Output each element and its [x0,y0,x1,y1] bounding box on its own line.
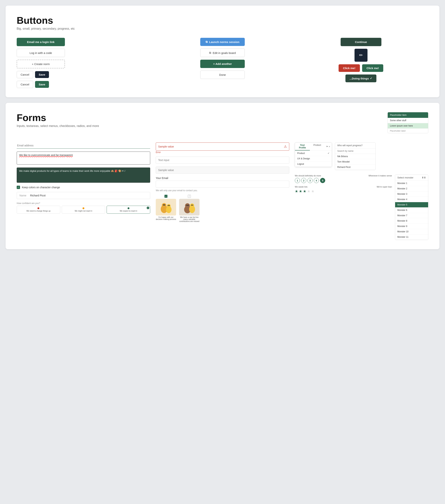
confidence-item-2[interactable]: We might not reach it [62,206,105,214]
who-reports-search[interactable] [335,148,375,154]
star-3[interactable]: ★ [303,189,306,194]
create-norm-button[interactable]: + Create norm [17,60,65,68]
select-monster-1[interactable]: Monster 1 [395,181,428,186]
monster-image-1 [156,199,176,216]
forms-preview-label: Placeholder label [388,129,428,133]
add-another-button[interactable]: + Add another [200,60,245,68]
select-monster-8[interactable]: Monster 8 [395,218,428,224]
red-dot [37,207,39,209]
forms-title: Forms [17,112,99,123]
scale-5[interactable]: 5 [320,178,325,183]
forms-preview-bar: Placeholder item [388,112,428,118]
cancel-button-1[interactable]: Cancel [17,71,33,78]
checkbox-outlined-2[interactable]: 7 [188,195,191,198]
who-reports-person1[interactable]: Nik Brbora [335,154,375,159]
select-monster-2[interactable]: Monster 2 [395,186,428,191]
transparent-textarea[interactable]: We like to overcommnicate and be transpa… [17,152,150,164]
forms-grid: We like to overcommnicate and be transpa… [17,143,428,240]
buttons-title: Buttons [17,15,428,26]
select-arrow-icon: ⬆⬇ [422,176,426,179]
launch-norms-button[interactable]: ⧉ Launch norms session [200,38,245,46]
check-row-1: ✓ [165,195,167,198]
dropdown-tab-your-profile[interactable]: Your Profile [295,143,310,150]
select-monster-9[interactable]: Monster 9 [395,224,428,229]
scale-1[interactable]: 1 [295,178,300,183]
select-monster-10[interactable]: Monster 10 [395,229,428,234]
scale-3[interactable]: 3 [307,178,313,183]
select-monster-6[interactable]: Monster 6 [395,208,428,213]
pencil-icon-box[interactable]: ✏ [354,49,368,62]
confidence-item-1[interactable]: We need to change things up [17,206,60,214]
svg-point-11 [190,203,194,208]
select-monster-11[interactable]: Monster 11 [395,234,428,240]
svg-point-2 [162,203,166,208]
monster-card-1: ✓ I'm happy [156,195,176,220]
select-monster-5[interactable]: Monster 5 [395,202,428,208]
svg-point-14 [191,205,192,206]
forms-preview-item1[interactable]: Some other stuff [388,118,428,123]
who-reports-title: Who will report progress? [335,143,375,148]
email-login-button[interactable]: Email me a login link [17,38,65,46]
checkmark-icon: ✓ [370,77,372,80]
click-me-green-button[interactable]: Click me! [362,64,383,72]
dropdown-tab-product[interactable]: Product [310,143,325,150]
dropdown-menu: Your Profile Product ⚑ ✕ Product ✓ UX & … [295,143,332,167]
login-code-button[interactable]: Log in with a code [17,49,65,57]
done-button[interactable]: Done [200,71,245,79]
buttons-col2: ⧉ Launch norms session ⧉ Edit in goals b… [155,38,290,79]
cancel-button-2[interactable]: Cancel [17,81,33,88]
green-dot [128,207,130,209]
email-input[interactable] [17,143,150,149]
edit-goals-button[interactable]: ⧉ Edit in goals board [200,49,245,57]
name-value: Richard Picot [30,194,45,197]
star-4[interactable]: ★ [307,189,310,194]
checkbox-green[interactable]: ✓ [17,186,20,189]
cancel-save-row2: Cancel Save [17,81,49,88]
dropdown-logout-item[interactable]: Logout [295,162,332,167]
check-icon: ✓ [328,152,330,155]
forms-preview-item2[interactable]: Lorem ipsum over here [388,123,428,129]
click-me-red-button[interactable]: Click me! [339,64,360,72]
check-mark: ✓ [147,207,149,209]
save-button-green[interactable]: Save [35,81,49,88]
doing-things-button[interactable]: ...Doing things ✓ [345,74,376,82]
scale-2[interactable]: 2 [301,178,306,183]
checkbox-small-1[interactable]: ✓ [165,195,167,198]
sample-input[interactable] [156,167,289,174]
cancel-save-row1: Cancel Save [17,71,49,78]
scale-row-top: 1 2 3 4 5 [295,178,392,183]
scale-section: We should definitely do more Whenever it… [295,175,392,195]
text-input[interactable] [156,157,289,164]
svg-point-12 [186,205,187,206]
dropdown-tab-row: Your Profile Product ⚑ ✕ [295,143,332,151]
continue-button[interactable]: Continue [341,38,381,46]
svg-point-15 [192,205,193,206]
select-monster-7[interactable]: Monster 7 [395,213,428,218]
who-reports-wrapper: Who will report progress? Nik Brbora Tom… [335,143,376,170]
email-field-input[interactable] [156,181,289,188]
forms-subtitle: Inputs, textareas, select menus, checkbo… [17,124,99,128]
who-reports-person3[interactable]: Richard Picot [335,164,375,170]
dropdown-ux-item[interactable]: UX & Design [295,156,332,162]
star-rating-section: We waste lots We're super lean ★ ★ ★ ★ ★ [295,186,392,194]
save-button-dark[interactable]: Save [35,71,49,78]
star-2[interactable]: ★ [299,189,302,194]
email-note: We will only use your email to contact y… [156,189,289,192]
forms-col2: Sample value ⚠ Error Your Email We will … [156,143,289,240]
who-reports-person2[interactable]: Tom Woodel [335,159,375,164]
conf3-label: We expect to reach it [109,210,148,212]
svg-point-3 [167,204,171,208]
confidence-item-3[interactable]: We expect to reach it ✓ [107,206,150,214]
dropdown-tab-extra: ⚑ ✕ [325,143,332,150]
select-monster-4[interactable]: Monster 4 [395,197,428,202]
scale-4[interactable]: 4 [314,178,319,183]
star-5[interactable]: ★ [311,189,315,194]
select-monster-header[interactable]: Select monster ⬆⬇ [395,175,428,181]
dark-textarea[interactable]: We make digital products for all types o… [17,167,150,183]
buttons-col3: Continue ✏ Click me! Click me! ...Doing … [294,38,428,82]
forms-header: Forms Inputs, textareas, select menus, c… [17,112,428,135]
dropdown-product-item[interactable]: Product ✓ [295,151,332,156]
select-monster-3[interactable]: Monster 3 [395,191,428,197]
star-1[interactable]: ★ [295,189,298,194]
confidence-label: How confident are you? [17,202,150,205]
